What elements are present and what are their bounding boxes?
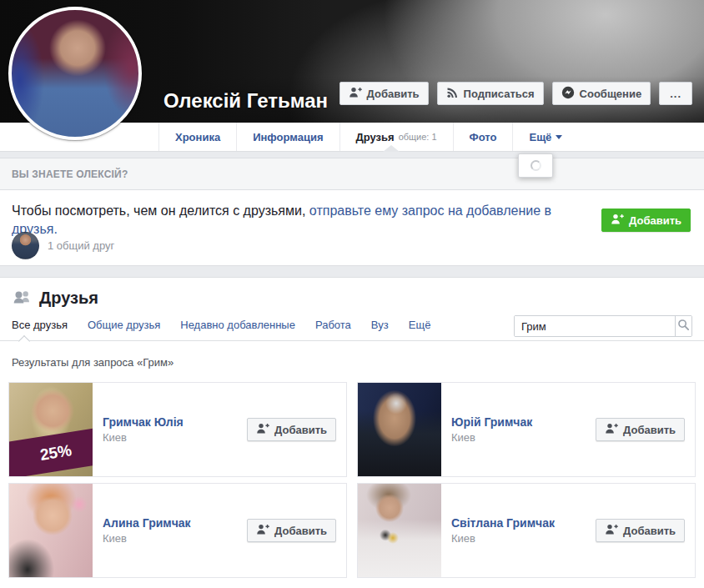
friend-card: Юрій Гримчак Киев Добавить xyxy=(357,382,696,477)
card-add-label: Добавить xyxy=(623,525,676,537)
friends-heading: Друзья xyxy=(0,278,704,314)
search-icon xyxy=(677,319,690,334)
card-add-label: Добавить xyxy=(274,525,327,537)
filter-more[interactable]: Ещё xyxy=(409,319,431,331)
card-add-label: Добавить xyxy=(274,424,327,436)
follow-button[interactable]: Подписаться xyxy=(437,82,544,105)
loading-spinner-icon xyxy=(531,160,541,171)
add-friend-green-button[interactable]: Добавить xyxy=(601,209,691,232)
mutual-friend-avatar[interactable] xyxy=(12,232,39,259)
friend-city: Киев xyxy=(103,532,247,545)
friend-photo[interactable]: 25% xyxy=(9,383,93,476)
rss-icon xyxy=(446,86,459,102)
do-you-know-body: Чтобы посмотреть, чем он делится с друзь… xyxy=(0,190,704,265)
card-add-friend-button[interactable]: Добавить xyxy=(247,519,336,542)
friends-panel: Друзья Все друзья Общие друзья Недавно д… xyxy=(0,277,704,588)
person-add-icon xyxy=(611,213,624,229)
do-you-know-header: ВЫ ЗНАЕТЕ ОЛЕКСІЙ? xyxy=(0,158,704,190)
friend-photo[interactable] xyxy=(9,484,93,577)
friends-filter-bar: Все друзья Общие друзья Недавно добавлен… xyxy=(0,319,704,341)
message-label: Сообщение xyxy=(580,88,642,100)
search-button[interactable] xyxy=(675,316,691,336)
person-add-icon xyxy=(349,86,362,102)
friend-city: Киев xyxy=(103,431,247,444)
friend-name-link[interactable]: Світлана Гримчак xyxy=(451,516,596,530)
profile-name: Олексій Гетьман xyxy=(163,89,328,113)
friend-card: Алина Гримчак Киев Добавить xyxy=(8,483,347,578)
tab-timeline[interactable]: Хроника xyxy=(158,123,236,151)
tab-friends-label: Друзья xyxy=(356,131,395,143)
message-button[interactable]: Сообщение xyxy=(552,82,651,105)
person-add-icon xyxy=(605,523,618,539)
friends-title: Друзья xyxy=(39,289,98,308)
tab-info-label: Информация xyxy=(253,131,323,143)
tab-more-label: Ещё xyxy=(529,131,551,143)
add-friend-button[interactable]: Добавить xyxy=(339,82,429,105)
card-add-label: Добавить xyxy=(623,424,676,436)
friends-icon xyxy=(12,289,31,308)
filter-recently-added[interactable]: Недавно добавленные xyxy=(180,319,295,331)
friends-search-input[interactable] xyxy=(515,316,675,336)
friend-photo[interactable] xyxy=(358,484,441,577)
add-friend-green-label: Добавить xyxy=(629,214,681,227)
mutual-friends-row[interactable]: 1 общий друг xyxy=(12,232,114,259)
friend-city: Киев xyxy=(451,431,596,444)
card-add-friend-button[interactable]: Добавить xyxy=(596,519,685,542)
filter-mutual-friends[interactable]: Общие друзья xyxy=(88,319,160,331)
person-add-icon xyxy=(256,523,269,539)
filter-work[interactable]: Работа xyxy=(315,319,351,331)
card-add-friend-button[interactable]: Добавить xyxy=(247,418,336,441)
messenger-icon xyxy=(561,86,575,102)
friend-card: Світлана Гримчак Киев Добавить xyxy=(357,483,696,578)
chevron-down-icon xyxy=(556,135,562,139)
card-add-friend-button[interactable]: Добавить xyxy=(596,418,685,441)
person-add-icon xyxy=(256,422,269,438)
hint-plain-text: Чтобы посмотреть, чем он делится с друзь… xyxy=(12,204,309,218)
do-you-know-card: ВЫ ЗНАЕТЕ ОЛЕКСІЙ? Чтобы посмотреть, чем… xyxy=(0,158,704,266)
tab-timeline-label: Хроника xyxy=(175,131,220,143)
ribbon-text: 25% xyxy=(38,441,73,465)
active-tab-pointer xyxy=(383,145,400,152)
friend-photo[interactable] xyxy=(358,383,441,476)
more-actions-button[interactable]: ... xyxy=(659,82,692,105)
profile-picture[interactable] xyxy=(8,7,142,140)
tab-photos[interactable]: Фото xyxy=(453,123,513,151)
search-results-label: Результаты для запроса «Грим» xyxy=(0,341,704,382)
add-friend-label: Добавить xyxy=(367,88,420,100)
photo-ribbon: 25% xyxy=(9,425,93,476)
friend-name-link[interactable]: Гримчак Юлія xyxy=(103,415,247,429)
filter-college[interactable]: Вуз xyxy=(371,319,389,331)
ellipsis-icon: ... xyxy=(670,88,681,100)
more-menu-loading-popup xyxy=(518,153,553,178)
tab-photos-label: Фото xyxy=(470,131,497,143)
friends-search-box xyxy=(514,315,692,337)
friend-name-link[interactable]: Алина Гримчак xyxy=(103,516,247,530)
friend-city: Киев xyxy=(451,532,596,545)
tab-friends-badge: общие: 1 xyxy=(399,132,437,142)
person-add-icon xyxy=(605,422,618,438)
cover-action-bar: Добавить Подписаться Сообщение ... xyxy=(339,82,692,105)
friend-card: 25% Гримчак Юлія Киев Добавить xyxy=(8,382,347,477)
tab-info[interactable]: Информация xyxy=(236,123,339,151)
follow-label: Подписаться xyxy=(464,88,535,100)
tab-more[interactable]: Ещё xyxy=(512,123,578,151)
friend-name-link[interactable]: Юрій Гримчак xyxy=(451,415,596,429)
friend-cards-grid: 25% Гримчак Юлія Киев Добавить Юрій Грим… xyxy=(0,382,704,578)
filter-all-friends[interactable]: Все друзья xyxy=(12,319,68,331)
mutual-friends-label: 1 общий друг xyxy=(48,239,114,252)
